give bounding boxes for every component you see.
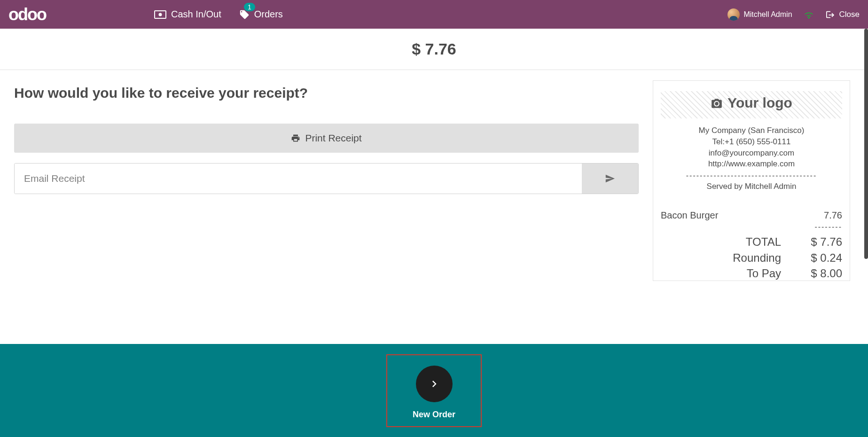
orders-badge: 1 xyxy=(244,3,255,11)
email-receipt-row xyxy=(14,163,639,194)
header-bar: odoo Cash In/Out 1 Orders Mitchell Admin xyxy=(0,0,868,29)
new-order-button[interactable]: New Order xyxy=(386,354,482,427)
rounding-row: Rounding $ 0.24 xyxy=(661,250,842,266)
tag-icon-wrapper: 1 xyxy=(239,9,250,20)
total-value: $ 7.76 xyxy=(801,234,842,250)
scrollbar[interactable] xyxy=(864,29,868,268)
orders-button[interactable]: 1 Orders xyxy=(239,9,283,20)
email-input[interactable] xyxy=(15,164,582,194)
to-pay-row: To Pay $ 8.00 xyxy=(661,265,842,281)
item-price: 7.76 xyxy=(824,210,842,221)
send-email-button[interactable] xyxy=(582,164,638,194)
header-right: Mitchell Admin Close xyxy=(727,8,860,21)
receipt-logo-placeholder: Your logo xyxy=(661,91,842,118)
orders-label: Orders xyxy=(254,9,283,20)
to-pay-label: To Pay xyxy=(747,265,781,281)
user-name: Mitchell Admin xyxy=(743,10,792,19)
amount-display: $ 7.76 xyxy=(0,29,868,70)
receipt-line-item: Bacon Burger 7.76 xyxy=(661,210,842,221)
cash-icon xyxy=(154,10,166,19)
print-receipt-button[interactable]: Print Receipt xyxy=(14,124,639,153)
send-icon xyxy=(605,173,615,184)
to-pay-value: $ 8.00 xyxy=(801,265,842,281)
company-email: info@yourcompany.com xyxy=(661,148,842,159)
receipt-preview: Your logo My Company (San Francisco) Tel… xyxy=(653,80,850,281)
scrollbar-thumb[interactable] xyxy=(864,29,868,259)
company-info: My Company (San Francisco) Tel:+1 (650) … xyxy=(661,125,842,170)
item-name: Bacon Burger xyxy=(661,210,718,221)
receipt-logo-text: Your logo xyxy=(727,95,792,111)
divider-line: -------------------------------------- xyxy=(661,172,842,180)
company-website: http://www.example.com xyxy=(661,158,842,170)
wifi-icon xyxy=(804,10,814,19)
bottom-bar: New Order xyxy=(0,344,868,437)
totals-divider: -------- xyxy=(661,223,842,231)
new-order-circle xyxy=(416,366,453,402)
receipt-question: How would you like to receive your recei… xyxy=(14,85,639,101)
print-label: Print Receipt xyxy=(305,133,361,144)
header-center: Cash In/Out 1 Orders xyxy=(154,9,283,20)
cash-in-out-button[interactable]: Cash In/Out xyxy=(154,9,221,20)
print-icon xyxy=(291,133,300,143)
chevron-right-icon xyxy=(428,377,441,390)
company-name: My Company (San Francisco) xyxy=(661,125,842,136)
user-menu[interactable]: Mitchell Admin xyxy=(727,8,792,21)
receipt-options-panel: How would you like to receive your recei… xyxy=(0,70,653,281)
close-button[interactable]: Close xyxy=(825,10,860,19)
total-label: TOTAL xyxy=(746,234,781,250)
served-by: Served by Mitchell Admin xyxy=(661,182,842,191)
company-tel: Tel:+1 (650) 555-0111 xyxy=(661,136,842,148)
rounding-label: Rounding xyxy=(733,250,781,266)
avatar xyxy=(727,8,740,21)
rounding-value: $ 0.24 xyxy=(801,250,842,266)
total-row: TOTAL $ 7.76 xyxy=(661,234,842,250)
main-content: How would you like to receive your recei… xyxy=(0,70,868,281)
close-icon xyxy=(825,10,836,19)
new-order-label: New Order xyxy=(413,410,455,420)
close-label: Close xyxy=(839,10,860,19)
camera-icon xyxy=(711,98,723,108)
cash-label: Cash In/Out xyxy=(171,9,221,20)
odoo-logo: odoo xyxy=(8,5,46,24)
